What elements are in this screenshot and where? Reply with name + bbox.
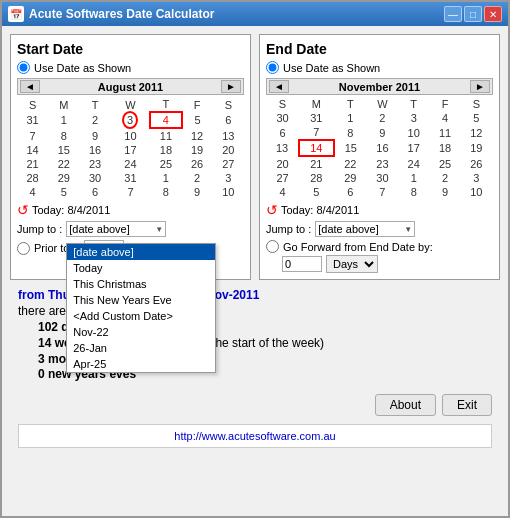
cal-day[interactable]: 29	[334, 171, 367, 185]
cal-day[interactable]: 18	[150, 143, 181, 157]
cal-day[interactable]: 8	[334, 125, 367, 140]
cal-day[interactable]: 10	[398, 125, 429, 140]
end-use-date-radio[interactable]	[266, 61, 279, 74]
cal-day[interactable]: 24	[398, 156, 429, 171]
end-go-forward-input[interactable]	[282, 256, 322, 272]
cal-day[interactable]: 4	[266, 185, 299, 199]
cal-day[interactable]: 3	[213, 171, 244, 185]
cal-day[interactable]: 10	[461, 185, 492, 199]
cal-day[interactable]: 9	[367, 125, 398, 140]
cal-day[interactable]: 30	[367, 171, 398, 185]
cal-day[interactable]: 6	[334, 185, 367, 199]
end-jump-dropdown[interactable]: [date above] ▼	[315, 221, 415, 237]
cal-day[interactable]: 3	[111, 112, 151, 128]
cal-day[interactable]: 4	[150, 112, 181, 128]
end-prev-btn[interactable]: ◄	[269, 80, 289, 93]
start-use-date-radio[interactable]	[17, 61, 30, 74]
cal-day[interactable]: 26	[182, 157, 213, 171]
cal-day[interactable]: 17	[111, 143, 151, 157]
start-next-btn[interactable]: ►	[221, 80, 241, 93]
cal-day[interactable]: 31	[17, 112, 48, 128]
dropdown-item[interactable]: This New Years Eve	[67, 292, 215, 308]
minimize-button[interactable]: —	[444, 6, 462, 22]
cal-day[interactable]: 8	[150, 185, 181, 199]
cal-day[interactable]: 27	[266, 171, 299, 185]
cal-day[interactable]: 8	[48, 128, 79, 143]
cal-day[interactable]: 29	[48, 171, 79, 185]
cal-day[interactable]: 20	[213, 143, 244, 157]
cal-day[interactable]: 9	[429, 185, 460, 199]
exit-button[interactable]: Exit	[442, 394, 492, 416]
cal-day[interactable]: 31	[111, 171, 151, 185]
cal-day[interactable]: 5	[182, 112, 213, 128]
cal-day[interactable]: 5	[299, 185, 334, 199]
cal-day[interactable]: 1	[398, 171, 429, 185]
cal-day[interactable]: 10	[213, 185, 244, 199]
start-prev-btn[interactable]: ◄	[20, 80, 40, 93]
cal-day[interactable]: 17	[398, 140, 429, 156]
cal-day[interactable]: 16	[367, 140, 398, 156]
cal-day[interactable]: 5	[461, 111, 492, 125]
footer-url[interactable]: http://www.acutesoftware.com.au	[174, 430, 335, 442]
cal-day[interactable]: 30	[266, 111, 299, 125]
end-next-btn[interactable]: ►	[470, 80, 490, 93]
cal-day[interactable]: 2	[367, 111, 398, 125]
cal-day[interactable]: 16	[79, 143, 110, 157]
cal-day[interactable]: 11	[150, 128, 181, 143]
cal-day[interactable]: 25	[429, 156, 460, 171]
cal-day[interactable]: 14	[17, 143, 48, 157]
cal-day[interactable]: 11	[429, 125, 460, 140]
cal-day[interactable]: 19	[182, 143, 213, 157]
cal-day[interactable]: 30	[79, 171, 110, 185]
cal-day[interactable]: 19	[461, 140, 492, 156]
cal-day[interactable]: 1	[48, 112, 79, 128]
cal-day[interactable]: 4	[17, 185, 48, 199]
cal-day[interactable]: 18	[429, 140, 460, 156]
cal-day[interactable]: 1	[150, 171, 181, 185]
maximize-button[interactable]: □	[464, 6, 482, 22]
cal-day[interactable]: 6	[266, 125, 299, 140]
dropdown-item[interactable]: Today	[67, 260, 215, 276]
start-prior-radio[interactable]	[17, 242, 30, 255]
cal-day[interactable]: 7	[299, 125, 334, 140]
cal-day[interactable]: 4	[429, 111, 460, 125]
cal-day[interactable]: 15	[48, 143, 79, 157]
end-go-forward-radio[interactable]	[266, 240, 279, 253]
cal-day[interactable]: 3	[461, 171, 492, 185]
about-button[interactable]: About	[375, 394, 436, 416]
cal-day[interactable]: 23	[79, 157, 110, 171]
cal-day[interactable]: 27	[213, 157, 244, 171]
cal-day[interactable]: 28	[299, 171, 334, 185]
cal-day[interactable]: 22	[48, 157, 79, 171]
cal-day[interactable]: 10	[111, 128, 151, 143]
cal-day[interactable]: 26	[461, 156, 492, 171]
cal-day[interactable]: 13	[266, 140, 299, 156]
cal-day[interactable]: 12	[182, 128, 213, 143]
dropdown-item[interactable]: This Christmas	[67, 276, 215, 292]
cal-day[interactable]: 21	[17, 157, 48, 171]
cal-day[interactable]: 31	[299, 111, 334, 125]
dropdown-item[interactable]: [date above]	[67, 244, 215, 260]
cal-day[interactable]: 2	[182, 171, 213, 185]
dropdown-item[interactable]: 26-Jan	[67, 340, 215, 356]
cal-day[interactable]: 22	[334, 156, 367, 171]
cal-day[interactable]: 28	[17, 171, 48, 185]
cal-day[interactable]: 13	[213, 128, 244, 143]
dropdown-item[interactable]: Nov-22	[67, 324, 215, 340]
end-go-forward-unit-select[interactable]: Days	[326, 255, 378, 273]
cal-day[interactable]: 9	[182, 185, 213, 199]
cal-day[interactable]: 6	[213, 112, 244, 128]
cal-day[interactable]: 23	[367, 156, 398, 171]
cal-day[interactable]: 12	[461, 125, 492, 140]
dropdown-item[interactable]: Apr-25	[67, 356, 215, 372]
cal-day[interactable]: 2	[429, 171, 460, 185]
start-jump-dropdown[interactable]: [date above] ▼	[66, 221, 166, 237]
cal-day[interactable]: 8	[398, 185, 429, 199]
cal-day[interactable]: 21	[299, 156, 334, 171]
cal-day[interactable]: 9	[79, 128, 110, 143]
dropdown-item[interactable]: <Add Custom Date>	[67, 308, 215, 324]
cal-day[interactable]: 7	[17, 128, 48, 143]
cal-day[interactable]: 3	[398, 111, 429, 125]
cal-day[interactable]: 25	[150, 157, 181, 171]
cal-day[interactable]: 6	[79, 185, 110, 199]
